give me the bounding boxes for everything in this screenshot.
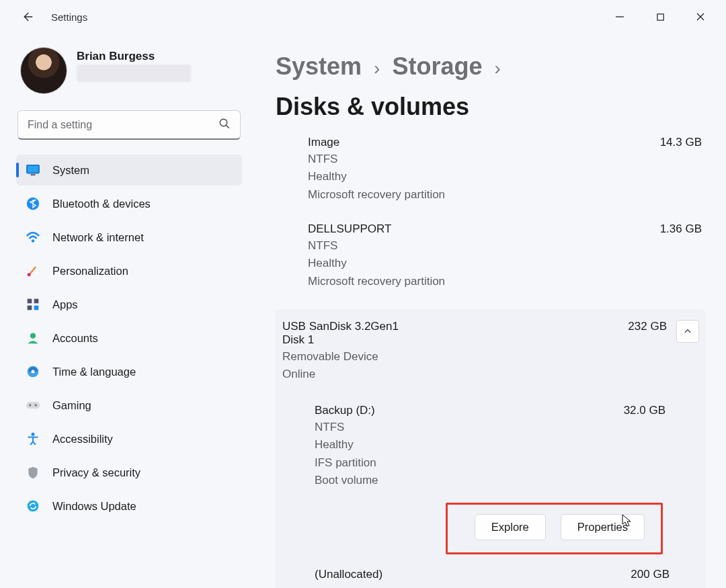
volume-name: Backup (D:) xyxy=(315,404,375,417)
maximize-button[interactable] xyxy=(640,3,680,30)
profile-block[interactable]: Brian Burgess xyxy=(20,47,242,94)
volume-size: 14.3 GB xyxy=(660,136,706,149)
profile-name: Brian Burgess xyxy=(77,50,191,63)
minimize-icon xyxy=(615,12,624,22)
search-box[interactable] xyxy=(17,110,241,140)
svg-point-4 xyxy=(220,119,227,126)
nav-label: Accessibility xyxy=(52,433,113,446)
nav-label: Accounts xyxy=(52,332,98,345)
svg-line-5 xyxy=(226,125,229,128)
volume-fs: NTFS xyxy=(308,237,706,255)
volume-item[interactable]: DELLSUPPORT 1.36 GB NTFS Healthy Microso… xyxy=(276,222,706,290)
disk-name: USB SanDisk 3.2Gen1 xyxy=(282,320,628,333)
unallocated-row[interactable]: (Unallocated) 200 GB xyxy=(282,554,699,581)
privacy-icon xyxy=(26,465,40,480)
sidebar-item-personalization[interactable]: Personalization xyxy=(16,255,242,286)
svg-rect-12 xyxy=(28,299,32,304)
time-icon xyxy=(26,364,40,379)
back-button[interactable] xyxy=(19,9,35,25)
properties-button[interactable]: Properties xyxy=(561,514,645,540)
svg-rect-13 xyxy=(34,299,39,304)
chevron-up-icon xyxy=(683,327,692,336)
volume-type: Microsoft recovery partition xyxy=(308,186,706,204)
volume-role: Boot volume xyxy=(315,472,699,489)
nav-label: Privacy & security xyxy=(52,466,140,479)
disk-card: USB SanDisk 3.2Gen1 Disk 1 Removable Dev… xyxy=(276,309,706,588)
nav-label: Time & language xyxy=(52,366,136,378)
sidebar-item-time[interactable]: Time & language xyxy=(16,356,242,387)
sidebar-item-bluetooth[interactable]: Bluetooth & devices xyxy=(16,188,242,219)
close-button[interactable] xyxy=(680,3,721,30)
title-bar: Settings xyxy=(0,0,726,34)
svg-point-11 xyxy=(28,273,31,276)
sidebar: Brian Burgess System Bluetooth & devices… xyxy=(0,34,249,588)
chevron-right-icon: › xyxy=(374,58,380,79)
brush-icon xyxy=(26,263,40,278)
sidebar-item-network[interactable]: Network & internet xyxy=(16,222,242,253)
close-icon xyxy=(696,12,705,22)
app-title: Settings xyxy=(51,11,87,23)
nav: System Bluetooth & devices Network & int… xyxy=(16,155,242,521)
actions-highlight: Explore Properties xyxy=(446,503,663,554)
volume-fs: NTFS xyxy=(308,151,706,168)
volume-item[interactable]: Image 14.3 GB NTFS Healthy Microsoft rec… xyxy=(276,136,706,204)
volume-name: DELLSUPPORT xyxy=(308,222,391,236)
sidebar-item-gaming[interactable]: Gaming xyxy=(16,390,242,421)
volume-type: Microsoft recovery partition xyxy=(308,273,706,290)
sidebar-item-accounts[interactable]: Accounts xyxy=(16,323,242,353)
volume-ptype: IFS partition xyxy=(315,454,699,472)
gaming-icon xyxy=(26,398,40,413)
bluetooth-icon xyxy=(26,196,40,211)
svg-point-16 xyxy=(30,333,36,339)
sidebar-item-accessibility[interactable]: Accessibility xyxy=(16,423,242,454)
apps-icon xyxy=(26,297,40,312)
wifi-icon xyxy=(26,230,40,245)
minimize-button[interactable] xyxy=(600,3,640,30)
volume-size: 32.0 GB xyxy=(624,404,670,417)
breadcrumb: System › Storage › Disks & volumes xyxy=(276,52,706,121)
disk-size: 232 GB xyxy=(628,320,667,333)
collapse-button[interactable] xyxy=(676,320,699,343)
avatar xyxy=(20,47,67,94)
volume-fs: NTFS xyxy=(315,419,699,436)
svg-rect-8 xyxy=(30,174,35,175)
volume-name: Image xyxy=(308,136,339,149)
sidebar-item-apps[interactable]: Apps xyxy=(16,289,242,320)
breadcrumb-storage[interactable]: Storage xyxy=(392,52,482,81)
svg-point-20 xyxy=(29,404,31,406)
accounts-icon xyxy=(26,331,40,345)
svg-point-23 xyxy=(28,501,39,512)
volume-health: Healthy xyxy=(308,168,706,185)
update-icon xyxy=(26,499,40,513)
profile-email-redacted xyxy=(77,65,191,82)
maximize-icon xyxy=(656,13,665,22)
title-bar-left: Settings xyxy=(19,9,87,25)
explore-button[interactable]: Explore xyxy=(475,514,546,540)
nav-label: System xyxy=(52,164,89,177)
disk-kind: Removable Device xyxy=(282,348,628,366)
svg-rect-14 xyxy=(28,306,32,310)
nav-label: Bluetooth & devices xyxy=(52,198,151,210)
unallocated-size: 200 GB xyxy=(631,568,670,581)
nav-label: Gaming xyxy=(52,399,91,412)
disk-header[interactable]: USB SanDisk 3.2Gen1 Disk 1 Removable Dev… xyxy=(282,320,699,382)
sidebar-item-system[interactable]: System xyxy=(16,155,242,185)
svg-rect-1 xyxy=(657,13,663,19)
nav-label: Apps xyxy=(52,298,78,311)
disk-label: Disk 1 xyxy=(282,333,628,347)
window-controls xyxy=(600,3,721,30)
unallocated-label: (Unallocated) xyxy=(315,568,382,581)
sidebar-item-privacy[interactable]: Privacy & security xyxy=(16,457,242,488)
accessibility-icon xyxy=(26,431,40,446)
breadcrumb-system[interactable]: System xyxy=(276,52,362,81)
svg-point-18 xyxy=(32,370,35,374)
search-icon xyxy=(218,118,231,132)
svg-point-21 xyxy=(35,404,37,406)
svg-rect-19 xyxy=(26,402,40,409)
search-input[interactable] xyxy=(28,119,218,131)
nav-label: Network & internet xyxy=(52,231,144,244)
volume-item[interactable]: Backup (D:) 32.0 GB NTFS Healthy IFS par… xyxy=(282,404,699,554)
arrow-left-icon xyxy=(21,11,33,23)
svg-point-22 xyxy=(32,433,35,436)
sidebar-item-update[interactable]: Windows Update xyxy=(16,491,242,521)
